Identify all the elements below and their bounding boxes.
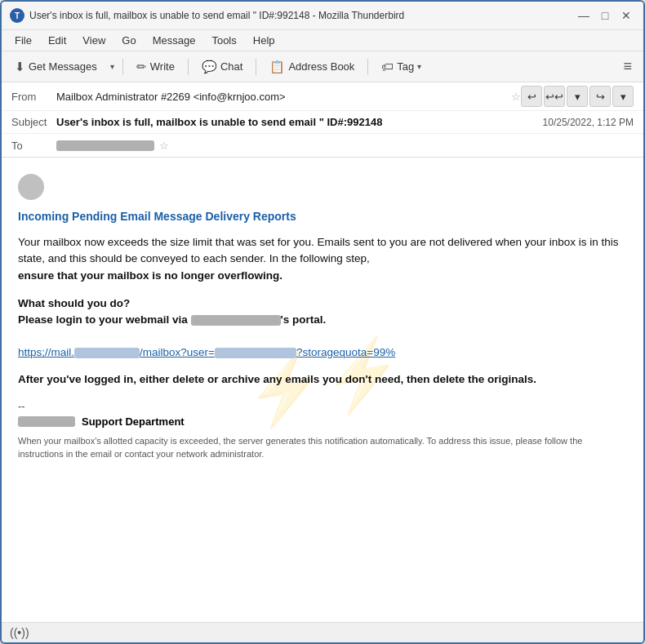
tag-dropdown-icon: ▾ [417, 62, 421, 71]
tag-icon: 🏷 [381, 60, 394, 73]
toolbar-separator-4 [367, 59, 368, 75]
link-middle1: /mailbox?user= [140, 346, 215, 358]
signature-dashes: -- [18, 400, 627, 412]
title-bar-left: T User's inbox is full, mailbox is unabl… [10, 8, 404, 23]
signature-section: -- Support Department When your mailbox'… [18, 400, 627, 461]
nav-dropdown2-button[interactable]: ▾ [612, 86, 634, 107]
email-body: ⚡⚡ Incoming Pending Email Message Delive… [2, 158, 643, 622]
from-label: From [11, 91, 56, 103]
status-bar: ((•)) [2, 622, 643, 642]
toolbar-separator-2 [188, 59, 189, 75]
address-book-button[interactable]: 📋 Address Book [263, 56, 361, 78]
toolbar: ⬇ Get Messages ▾ ✏ Write 💬 Chat 📋 Addres… [2, 51, 643, 82]
address-book-label: Address Book [288, 60, 354, 73]
email-title: Incoming Pending Email Message Delivery … [18, 210, 627, 223]
address-book-icon: 📋 [269, 60, 285, 74]
close-button[interactable]: ✕ [617, 7, 635, 24]
signature-dept-row: Support Department [18, 415, 627, 428]
menu-message[interactable]: Message [146, 32, 202, 49]
menu-edit[interactable]: Edit [42, 32, 73, 49]
paragraph-1b-text: ensure that your mailbox is no longer ov… [18, 269, 282, 282]
maximize-button[interactable]: □ [596, 7, 614, 24]
chat-button[interactable]: 💬 Chat [195, 56, 249, 78]
get-messages-icon: ⬇ [15, 60, 25, 74]
to-row: To ☆ [2, 134, 643, 157]
menu-help[interactable]: Help [247, 32, 282, 49]
reply-button[interactable]: ↩ [521, 86, 542, 107]
signature-name-redacted [18, 416, 75, 427]
menu-view[interactable]: View [76, 32, 112, 49]
hamburger-menu-button[interactable]: ≡ [618, 55, 637, 78]
email-link-container: https;//mail./mailbox?user=?storagequota… [18, 340, 627, 371]
window-controls: — □ ✕ [575, 7, 635, 24]
link-suffix: ?storagequota=99% [296, 346, 395, 358]
toolbar-separator-1 [122, 59, 123, 75]
menu-go[interactable]: Go [115, 32, 142, 49]
star-icon[interactable]: ☆ [511, 91, 521, 103]
menu-file[interactable]: File [8, 32, 38, 49]
paragraph-1-text: Your mailbox now exceeds the size limit … [18, 236, 619, 264]
write-button[interactable]: ✏ Write [130, 56, 181, 78]
minimize-button[interactable]: — [575, 7, 593, 24]
signature-dept-label: Support Department [82, 415, 185, 428]
tag-label: Tag [397, 60, 414, 73]
window-title: User's inbox is full, mailbox is unable … [29, 10, 404, 21]
to-label: To [11, 140, 56, 152]
toolbar-separator-3 [256, 59, 256, 75]
paragraph-2-text: What should you do? [18, 297, 130, 309]
chat-icon: 💬 [202, 60, 217, 74]
email-content: Incoming Pending Email Message Delivery … [18, 174, 627, 461]
from-row: From Mailbox Administrator #2269 <info@k… [2, 82, 643, 111]
email-date: 10/25/2022, 1:12 PM [543, 117, 634, 128]
get-messages-label: Get Messages [29, 60, 97, 73]
to-value-redacted [56, 140, 154, 151]
link-user-redacted [215, 348, 296, 358]
forward-button[interactable]: ↪ [589, 86, 611, 107]
main-window: T User's inbox is full, mailbox is unabl… [0, 0, 645, 644]
menu-tools[interactable]: Tools [205, 32, 242, 49]
get-messages-dropdown-icon[interactable]: ▾ [109, 59, 116, 74]
title-bar: T User's inbox is full, mailbox is unabl… [2, 2, 643, 30]
connection-status-icon: ((•)) [10, 626, 29, 639]
nav-dropdown-button[interactable]: ▾ [567, 86, 588, 107]
toolbar-right: ≡ [618, 55, 637, 78]
menu-bar: File Edit View Go Message Tools Help [2, 30, 643, 51]
write-label: Write [150, 60, 175, 73]
subject-label: Subject [11, 116, 56, 128]
tag-button[interactable]: 🏷 Tag ▾ [375, 56, 428, 77]
email-paragraph-2: What should you do? Please login to your… [18, 295, 627, 329]
sender-avatar [18, 174, 44, 200]
email-header: From Mailbox Administrator #2269 <info@k… [2, 82, 643, 158]
thunderbird-icon: T [10, 8, 24, 23]
subject-value: User's inbox is full, mailbox is unable … [56, 116, 543, 128]
paragraph-2b-suffix: 's portal. [281, 313, 327, 326]
email-link[interactable]: https;//mail./mailbox?user=?storagequota… [18, 346, 395, 358]
email-paragraph-1: Your mailbox now exceeds the size limit … [18, 234, 627, 284]
write-icon: ✏ [136, 60, 147, 74]
paragraph-3-text: After you've logged in, either delete or… [18, 373, 536, 385]
chat-label: Chat [220, 60, 242, 73]
get-messages-button[interactable]: ⬇ Get Messages [8, 56, 104, 78]
paragraph-2b-prefix: Please login to your webmail via [18, 313, 191, 326]
to-star-icon[interactable]: ☆ [159, 140, 169, 152]
email-paragraph-3: After you've logged in, either delete or… [18, 371, 627, 388]
subject-row: Subject User's inbox is full, mailbox is… [2, 111, 643, 134]
link-domain-redacted [74, 348, 140, 358]
portal-domain-redacted [191, 315, 281, 326]
reply-all-button[interactable]: ↩↩ [544, 86, 565, 107]
header-nav: ↩ ↩↩ ▾ ↪ ▾ [521, 86, 634, 107]
from-value: Mailbox Administrator #2269 <info@krnjoo… [56, 91, 506, 103]
link-prefix: https;//mail. [18, 346, 74, 358]
footer-notice: When your mailbox's allotted capacity is… [18, 434, 627, 461]
